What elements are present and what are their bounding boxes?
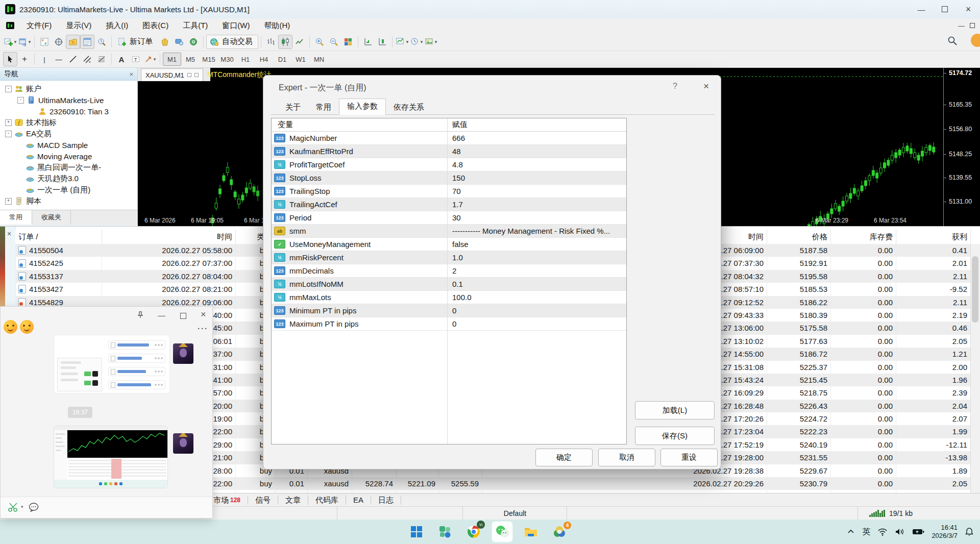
orders-header-9[interactable]: 价格 bbox=[767, 230, 831, 244]
navigator-item-4[interactable]: -EA交易 bbox=[0, 128, 137, 139]
chart-tab-xauusd[interactable]: XAUUSD,M1 bbox=[141, 68, 203, 81]
text-label-tool-button[interactable]: T bbox=[129, 52, 143, 66]
terminal-close-icon[interactable]: × bbox=[7, 230, 11, 238]
taskbar-clock[interactable]: 16:41 2026/3/7 bbox=[932, 524, 958, 540]
timeframe-H4[interactable]: H4 bbox=[255, 53, 273, 66]
navigator-item-1[interactable]: -UltimaMarkets-Live bbox=[0, 94, 137, 106]
taskbar-explorer-icon[interactable] bbox=[521, 522, 541, 542]
wifi-icon[interactable] bbox=[877, 528, 888, 536]
autotrade-button[interactable]: 自动交易 bbox=[206, 35, 258, 49]
chat-message-screenshot[interactable] bbox=[54, 426, 168, 488]
param-row-Minimum-PT-in-pips[interactable]: 123Minimum PT in pips0 bbox=[272, 304, 626, 317]
menu-item-3[interactable]: 图表(C) bbox=[135, 21, 176, 31]
menu-item-5[interactable]: 窗口(W) bbox=[215, 21, 257, 31]
param-value[interactable]: 150 bbox=[447, 171, 626, 184]
navigator-item-3[interactable]: +f技术指标 bbox=[0, 117, 137, 128]
auto-scroll-button[interactable] bbox=[361, 35, 375, 49]
screenshot-scissors-icon[interactable] bbox=[8, 502, 20, 512]
timeframe-M30[interactable]: M30 bbox=[218, 53, 236, 66]
ok-button[interactable]: 确定 bbox=[535, 449, 593, 466]
taskbar-mt4-icon[interactable]: 4 bbox=[549, 522, 570, 542]
timeframe-M1[interactable]: M1 bbox=[163, 53, 181, 66]
indicators-button[interactable]: ▾ bbox=[395, 35, 409, 49]
sticker-emoji[interactable] bbox=[20, 320, 34, 334]
navigator-close-icon[interactable]: × bbox=[129, 70, 133, 78]
param-value[interactable]: 30 bbox=[447, 211, 626, 224]
param-row-Period[interactable]: 123Period30 bbox=[272, 211, 626, 225]
status-profile[interactable]: Default bbox=[462, 507, 567, 520]
volume-icon[interactable] bbox=[895, 528, 905, 536]
metaeditor-button[interactable] bbox=[158, 35, 172, 49]
chart-shift-button[interactable] bbox=[375, 35, 389, 49]
reset-button[interactable]: 重设 bbox=[660, 449, 718, 466]
param-value[interactable]: ----------- Money Management - Risk Fixe… bbox=[447, 225, 626, 237]
timeframe-W1[interactable]: W1 bbox=[291, 53, 310, 66]
chat-more-icon[interactable]: ··· bbox=[198, 324, 208, 333]
tree-expand-icon[interactable]: + bbox=[5, 198, 12, 205]
price-scale[interactable]: 5174.725165.355156.805148.255139.555131.… bbox=[943, 68, 980, 226]
param-value[interactable]: 0 bbox=[447, 304, 626, 317]
param-row-ProfitTargetCoef[interactable]: ½ProfitTargetCoef4.8 bbox=[272, 158, 626, 171]
param-value[interactable]: 100.0 bbox=[447, 291, 626, 304]
param-row-MagicNumber[interactable]: 123MagicNumber666 bbox=[272, 132, 626, 145]
tile-windows-button[interactable] bbox=[341, 35, 355, 49]
param-row-mmLotsIfNoMM[interactable]: ½mmLotsIfNoMM0.1 bbox=[272, 278, 626, 291]
navigator-panel-button[interactable] bbox=[66, 35, 80, 49]
param-value[interactable]: 4.8 bbox=[447, 158, 626, 171]
new-order-button[interactable]: 新订单 bbox=[114, 35, 158, 49]
window-maximize-button[interactable] bbox=[933, 0, 957, 18]
param-row-smm[interactable]: absmm----------- Money Management - Risk… bbox=[272, 225, 626, 238]
chart-tab-close-icon[interactable] bbox=[194, 73, 199, 77]
navigator-item-9[interactable]: 一次一单 (自用) bbox=[0, 184, 137, 195]
menu-item-2[interactable]: 插入(I) bbox=[99, 21, 135, 31]
ime-indicator[interactable]: 英 bbox=[862, 527, 870, 537]
chat-avatar[interactable] bbox=[173, 433, 193, 454]
strategy-tester-button[interactable] bbox=[94, 35, 109, 49]
param-value[interactable]: 666 bbox=[447, 132, 626, 144]
chat-pin-icon[interactable] bbox=[136, 311, 144, 319]
param-row-StopLoss[interactable]: 123StopLoss150 bbox=[272, 171, 626, 185]
taskbar-widgets-icon[interactable] bbox=[435, 522, 455, 542]
orders-table-scrollbar[interactable] bbox=[970, 244, 980, 493]
terminal-panel-button[interactable] bbox=[80, 35, 94, 49]
param-value[interactable]: 0 bbox=[447, 317, 626, 330]
terminal-tab-2[interactable]: 文章 bbox=[278, 496, 308, 505]
navigator-tree[interactable]: -账户-UltimaMarkets-Live23260910: Tian 3+f… bbox=[0, 81, 137, 210]
chat-bubble-icon[interactable] bbox=[28, 502, 39, 512]
navigator-item-10[interactable]: +脚本 bbox=[0, 195, 137, 207]
vertical-line-tool-button[interactable]: | bbox=[37, 52, 52, 66]
line-chart-type-button[interactable] bbox=[292, 35, 307, 49]
param-row-Maximum-PT-in-pips[interactable]: 123Maximum PT in pips0 bbox=[272, 317, 626, 331]
tray-chevron-icon[interactable] bbox=[847, 528, 855, 536]
cancel-button[interactable]: 取消 bbox=[598, 449, 655, 466]
menu-item-6[interactable]: 帮助(H) bbox=[257, 21, 297, 31]
tree-expand-icon[interactable]: + bbox=[5, 119, 12, 126]
webterminal-button[interactable] bbox=[172, 35, 186, 49]
param-row-KaufmanEffRtoPrd[interactable]: 123KaufmanEffRtoPrd48 bbox=[272, 145, 626, 158]
child-minimize-icon[interactable]: — bbox=[958, 22, 965, 30]
menu-item-4[interactable]: 工具(T) bbox=[176, 21, 215, 31]
parameters-grid[interactable]: 变量赋值123MagicNumber666123KaufmanEffRtoPrd… bbox=[271, 118, 627, 444]
dialog-tab-2[interactable]: 输入参数 bbox=[339, 98, 386, 115]
navigator-tab-0[interactable]: 常用 bbox=[0, 210, 32, 225]
window-close-button[interactable]: × bbox=[957, 0, 980, 18]
mql5-community-button[interactable] bbox=[186, 35, 201, 49]
navigator-tab-1[interactable]: 收藏夹 bbox=[32, 210, 71, 225]
chat-maximize-icon[interactable] bbox=[180, 313, 186, 319]
param-row-mmMaxLots[interactable]: ½mmMaxLots100.0 bbox=[272, 291, 626, 304]
timeframe-M15[interactable]: M15 bbox=[200, 53, 218, 66]
param-value[interactable]: 1.0 bbox=[447, 251, 626, 264]
notifications-bell-icon[interactable] bbox=[965, 527, 974, 536]
text-tool-button[interactable]: A bbox=[114, 52, 129, 66]
battery-icon[interactable] bbox=[912, 528, 924, 535]
terminal-tab-1[interactable]: 信号 bbox=[248, 496, 278, 505]
chat-close-icon[interactable]: × bbox=[201, 309, 206, 320]
param-value[interactable]: false bbox=[447, 238, 626, 251]
orders-header-11[interactable]: 获利 bbox=[896, 230, 971, 244]
timeframe-MN[interactable]: MN bbox=[310, 53, 328, 66]
terminal-tab-4[interactable]: EA bbox=[346, 496, 371, 505]
templates-button[interactable]: ▾ bbox=[424, 35, 438, 49]
terminal-tab-5[interactable]: 日志 bbox=[371, 496, 401, 505]
dialog-tab-1[interactable]: 常用 bbox=[308, 100, 339, 115]
child-restore-icon[interactable] bbox=[970, 23, 975, 28]
